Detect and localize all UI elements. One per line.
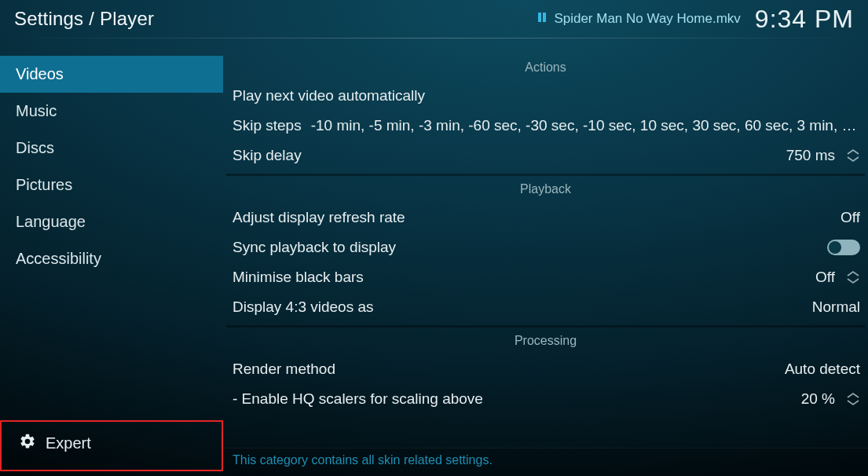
setting-label: Display 4:3 videos as (233, 298, 374, 316)
sidebar-category-pictures[interactable]: Pictures (0, 167, 223, 203)
setting-label: Skip delay (233, 147, 302, 164)
toggle[interactable] (827, 240, 860, 255)
setting-value: -10 min, -5 min, -3 min, -60 sec, -30 se… (311, 117, 859, 134)
setting-label: Minimise black bars (233, 269, 364, 286)
setting-label: - Enable HQ scalers for scaling above (233, 390, 483, 408)
setting-row[interactable]: Display 4:3 videos asNormal (223, 292, 868, 322)
setting-label: Play next video automatically (233, 87, 425, 104)
setting-label: Adjust display refresh rate (233, 209, 405, 226)
setting-row[interactable]: Play next video automatically (223, 81, 868, 111)
section-header: Processing (223, 334, 868, 348)
now-playing[interactable]: Spider Man No Way Home.mkv (537, 11, 740, 27)
sidebar-category-accessibility[interactable]: Accessibility (0, 240, 223, 277)
sidebar-category-music[interactable]: Music (0, 93, 223, 130)
group-divider (226, 325, 865, 328)
sidebar-category-discs[interactable]: Discs (0, 130, 223, 167)
spinner-arrows-icon[interactable] (846, 148, 860, 163)
gear-icon (19, 433, 36, 454)
setting-value: 750 ms (786, 147, 835, 164)
setting-row[interactable]: Sync playback to display (223, 233, 868, 262)
setting-row[interactable]: Adjust display refresh rateOff (223, 203, 868, 233)
breadcrumb: Settings / Player (14, 8, 154, 30)
setting-value: Off (815, 269, 835, 286)
setting-value: 20 % (801, 390, 835, 408)
svg-rect-0 (538, 13, 541, 22)
group-divider (226, 174, 865, 176)
setting-row[interactable]: Skip steps-10 min, -5 min, -3 min, -60 s… (223, 111, 868, 141)
setting-value: Off (841, 209, 860, 226)
section-header: Playback (223, 182, 868, 196)
category-description: This category contains all skin related … (223, 448, 868, 476)
setting-label: Render method (233, 361, 335, 378)
setting-row[interactable]: Render methodAuto detect (223, 354, 868, 384)
svg-rect-1 (543, 13, 546, 22)
setting-row[interactable]: - Enable HQ scalers for scaling above20 … (223, 384, 868, 414)
sidebar-category-language[interactable]: Language (0, 203, 223, 240)
settings-level-label: Expert (46, 434, 91, 452)
pause-icon (537, 11, 548, 27)
section-header: Actions (223, 60, 868, 75)
setting-label: Skip steps (233, 117, 302, 134)
sidebar-category-videos[interactable]: Videos (0, 56, 223, 93)
setting-row[interactable]: Skip delay750 ms (223, 141, 868, 170)
setting-label: Sync playback to display (233, 239, 396, 256)
spinner-arrows-icon[interactable] (846, 270, 860, 284)
setting-value: Normal (812, 298, 860, 316)
spinner-arrows-icon[interactable] (846, 392, 860, 406)
clock: 9:34 PM (755, 5, 854, 34)
now-playing-title: Spider Man No Way Home.mkv (554, 11, 740, 27)
setting-row[interactable]: Minimise black barsOff (223, 262, 868, 292)
setting-value: Auto detect (785, 361, 860, 378)
settings-level-button[interactable]: Expert (9, 425, 126, 462)
